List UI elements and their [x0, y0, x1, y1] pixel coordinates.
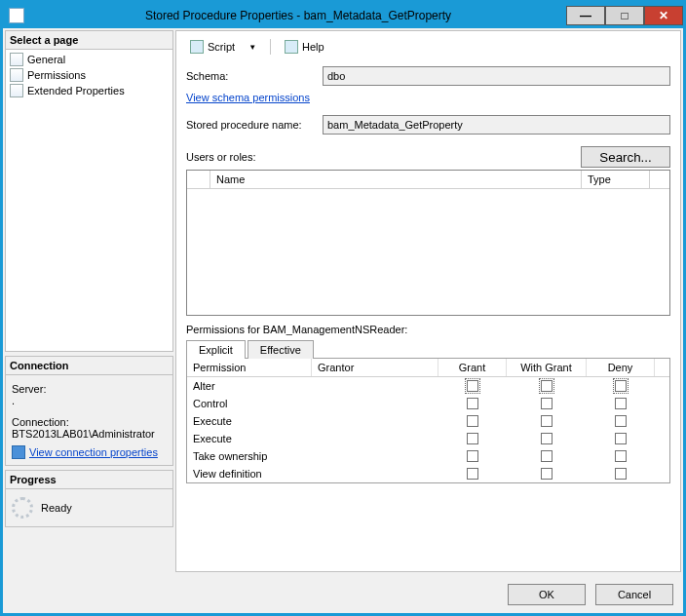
- users-col-type[interactable]: Type: [582, 171, 650, 188]
- permission-row[interactable]: Take ownership: [187, 447, 669, 465]
- checkbox[interactable]: [467, 415, 478, 427]
- page-icon: [10, 53, 23, 66]
- permissions-grid[interactable]: Permission Grantor Grant With Grant Deny…: [186, 359, 670, 483]
- perm-grant-cell[interactable]: [438, 430, 507, 447]
- users-col-icon[interactable]: [187, 171, 210, 188]
- permissions-tabs: Explicit Effective: [186, 339, 670, 359]
- view-connection-properties-link[interactable]: View connection properties: [12, 445, 158, 459]
- perm-grantor: [312, 465, 438, 482]
- checkbox[interactable]: [467, 380, 478, 392]
- checkbox[interactable]: [467, 433, 478, 444]
- checkbox[interactable]: [541, 468, 553, 480]
- script-icon: [190, 40, 204, 54]
- ok-button[interactable]: OK: [508, 584, 586, 605]
- link-text: View connection properties: [29, 446, 158, 458]
- help-button[interactable]: Help: [281, 39, 328, 55]
- page-icon: [10, 84, 23, 97]
- search-button[interactable]: Search...: [581, 146, 670, 168]
- perm-name: View definition: [187, 465, 312, 482]
- perm-deny-cell[interactable]: [587, 465, 655, 482]
- perm-withgrant-cell[interactable]: [507, 395, 587, 412]
- page-general[interactable]: General: [8, 52, 171, 67]
- col-with-grant[interactable]: With Grant: [507, 359, 587, 376]
- connection-label: Connection:: [12, 416, 167, 428]
- permission-row[interactable]: Execute: [187, 430, 669, 447]
- perm-withgrant-cell[interactable]: [507, 430, 587, 447]
- perm-grantor: [312, 395, 438, 412]
- checkbox[interactable]: [615, 398, 627, 409]
- view-schema-permissions-link[interactable]: View schema permissions: [186, 92, 670, 103]
- perm-grant-cell[interactable]: [438, 447, 507, 465]
- script-label: Script: [208, 41, 235, 53]
- page-icon: [10, 68, 23, 82]
- users-col-name[interactable]: Name: [210, 171, 582, 188]
- help-icon: [285, 40, 298, 54]
- permission-row[interactable]: Alter: [187, 377, 669, 395]
- connection-panel: Connection Server: . Connection: BTS2013…: [5, 356, 173, 466]
- perm-deny-cell[interactable]: [587, 430, 655, 447]
- server-label: Server:: [12, 383, 167, 395]
- page-permissions[interactable]: Permissions: [8, 67, 171, 83]
- sp-name-field[interactable]: [323, 115, 670, 135]
- tab-explicit[interactable]: Explicit: [186, 340, 246, 359]
- perm-grant-cell[interactable]: [438, 412, 507, 430]
- checkbox[interactable]: [467, 450, 478, 462]
- perm-withgrant-cell[interactable]: [507, 412, 587, 430]
- progress-header: Progress: [6, 471, 172, 489]
- sp-name-label: Stored procedure name:: [186, 119, 323, 131]
- permission-row[interactable]: Execute: [187, 412, 669, 430]
- perm-grant-cell[interactable]: [438, 395, 507, 412]
- page-label: Permissions: [27, 69, 86, 81]
- page-label: Extended Properties: [27, 85, 125, 96]
- col-grantor[interactable]: Grantor: [312, 359, 438, 376]
- perm-deny-cell[interactable]: [587, 377, 655, 395]
- perm-deny-cell[interactable]: [587, 395, 655, 412]
- minimize-button[interactable]: —: [566, 6, 605, 25]
- checkbox[interactable]: [615, 433, 627, 444]
- perm-grant-cell[interactable]: [438, 465, 507, 482]
- perm-grant-cell[interactable]: [438, 377, 507, 395]
- col-deny[interactable]: Deny: [587, 359, 655, 376]
- app-icon: [9, 8, 24, 23]
- perm-grantor: [312, 447, 438, 465]
- perm-name: Execute: [187, 430, 312, 447]
- checkbox[interactable]: [615, 468, 627, 480]
- checkbox[interactable]: [467, 398, 478, 409]
- col-permission[interactable]: Permission: [187, 359, 312, 376]
- users-roles-label: Users or roles:: [186, 151, 256, 163]
- perm-deny-cell[interactable]: [587, 447, 655, 465]
- checkbox[interactable]: [615, 450, 627, 462]
- permission-row[interactable]: View definition: [187, 465, 669, 482]
- permission-row[interactable]: Control: [187, 395, 669, 412]
- permissions-for-label: Permissions for BAM_ManagementNSReader:: [186, 324, 670, 335]
- cancel-button[interactable]: Cancel: [595, 584, 673, 605]
- progress-spinner-icon: [12, 497, 33, 519]
- checkbox[interactable]: [541, 398, 553, 409]
- checkbox[interactable]: [615, 415, 627, 427]
- checkbox[interactable]: [541, 415, 553, 427]
- page-extended-properties[interactable]: Extended Properties: [8, 83, 171, 98]
- perm-deny-cell[interactable]: [587, 412, 655, 430]
- perm-grantor: [312, 430, 438, 447]
- connection-icon: [12, 445, 25, 459]
- perm-withgrant-cell[interactable]: [507, 465, 587, 482]
- titlebar[interactable]: Stored Procedure Properties - bam_Metada…: [3, 3, 683, 28]
- dialog-window: Stored Procedure Properties - bam_Metada…: [0, 0, 686, 616]
- close-button[interactable]: ✕: [644, 6, 683, 25]
- perm-withgrant-cell[interactable]: [507, 447, 587, 465]
- col-grant[interactable]: Grant: [438, 359, 507, 376]
- users-col-tail: [650, 171, 669, 188]
- schema-label: Schema:: [186, 70, 323, 82]
- checkbox[interactable]: [541, 380, 553, 392]
- checkbox[interactable]: [541, 433, 553, 444]
- tab-effective[interactable]: Effective: [248, 340, 314, 359]
- users-roles-list[interactable]: Name Type: [186, 170, 670, 316]
- script-dropdown[interactable]: ▼: [245, 43, 260, 52]
- checkbox[interactable]: [467, 468, 478, 480]
- checkbox[interactable]: [615, 380, 627, 392]
- maximize-button[interactable]: □: [605, 6, 644, 25]
- checkbox[interactable]: [541, 450, 553, 462]
- schema-field[interactable]: [323, 66, 670, 86]
- perm-withgrant-cell[interactable]: [507, 377, 587, 395]
- script-button[interactable]: Script: [186, 39, 239, 55]
